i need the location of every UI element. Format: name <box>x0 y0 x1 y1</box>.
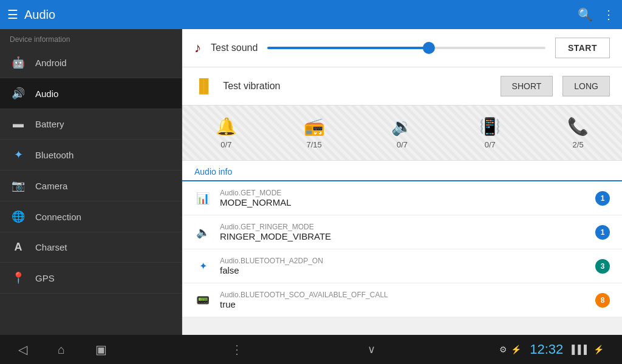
recents-icon[interactable]: ▣ <box>95 342 107 357</box>
sidebar-item-label: Charset <box>35 242 67 252</box>
gps-icon: 📍 <box>10 271 27 285</box>
settings-icon: ⚙ <box>499 345 507 354</box>
search-icon[interactable]: 🔍 <box>578 7 593 22</box>
audio-levels-grid: 🔔 0/7 📻 7/15 🔉 0/7 📳 0/7 📞 2/5 <box>182 106 622 161</box>
media-value: 7/15 <box>307 140 322 149</box>
test-sound-row: ♪ Test sound START <box>182 29 622 67</box>
app-title: Audio <box>24 8 55 22</box>
bottom-nav: ◁ ⌂ ▣ <box>18 342 107 357</box>
start-button[interactable]: START <box>555 38 610 58</box>
volume-slider[interactable] <box>267 47 545 49</box>
sidebar-item-label: Connection <box>35 212 81 222</box>
main-layout: Device information 🤖 Android 🔊 Audio ▬ B… <box>0 29 622 335</box>
audio-cell-notification: 📳 0/7 <box>446 112 534 154</box>
test-vibration-row: ▐▌ Test vibration SHORT LONG <box>182 67 622 106</box>
ringer-mode-content: Audio.GET_RINGER_MODE RINGER_MODE_VIBRAT… <box>220 223 587 241</box>
back-icon[interactable]: ◁ <box>18 342 27 357</box>
test-vibration-label: Test vibration <box>223 81 490 92</box>
call-value: 2/5 <box>573 140 584 149</box>
chevron-down-icon[interactable]: ∨ <box>367 343 375 356</box>
info-row-get-mode: 📊 Audio.GET_MODE MODE_NORMAL 1 <box>182 181 622 215</box>
sidebar-item-charset[interactable]: A Charset <box>0 232 182 263</box>
camera-icon: 📷 <box>10 179 27 192</box>
battery-status-icon: ⚡ <box>593 345 604 354</box>
get-mode-value: MODE_NORMAL <box>220 197 587 207</box>
get-mode-content: Audio.GET_MODE MODE_NORMAL <box>220 189 587 207</box>
ringer-mode-key: Audio.GET_RINGER_MODE <box>220 223 587 231</box>
sidebar-item-label: Bluetooth <box>35 150 73 160</box>
bluetooth-sco-icon: 📟 <box>194 294 211 307</box>
usb-icon: ⚡ <box>511 345 521 354</box>
overflow-icon[interactable]: ⋮ <box>231 342 243 357</box>
alarm-icon: 🔉 <box>391 116 412 136</box>
time-display: 12:32 <box>530 342 563 357</box>
bluetooth-a2dp-value: false <box>220 265 587 275</box>
sidebar-item-camera[interactable]: 📷 Camera <box>0 170 182 201</box>
alarm-value: 0/7 <box>397 140 408 149</box>
notification-value: 0/7 <box>485 140 496 149</box>
top-bar: ☰ Audio 🔍 ⋮ <box>0 0 622 29</box>
sidebar-item-label: GPS <box>35 273 55 283</box>
get-mode-badge: 1 <box>595 191 610 206</box>
bluetooth-sco-content: Audio.BLUETOOTH_SCO_AVAILABLE_OFF_CALL t… <box>220 291 587 309</box>
sidebar-item-label: Camera <box>35 181 67 191</box>
ringtone-icon: 🔔 <box>216 116 237 136</box>
sidebar-item-label: Android <box>35 58 67 68</box>
battery-icon: ▬ <box>10 118 27 130</box>
sidebar-item-android[interactable]: 🤖 Android <box>0 47 182 78</box>
status-bar: ⚙ ⚡ 12:32 ▌▌▌ ⚡ <box>499 342 604 357</box>
signal-strength-icon: ▌▌▌ <box>572 345 590 354</box>
ringer-mode-badge: 1 <box>595 225 610 240</box>
bluetooth-a2dp-icon: ✦ <box>194 260 211 272</box>
get-mode-icon: 📊 <box>194 192 211 205</box>
charset-icon: A <box>10 241 27 254</box>
info-row-bluetooth-a2dp: ✦ Audio.BLUETOOTH_A2DP_ON false 3 <box>182 249 622 283</box>
sidebar-item-label: Battery <box>35 119 64 129</box>
sidebar-item-connection[interactable]: 🌐 Connection <box>0 201 182 232</box>
bluetooth-a2dp-badge: 3 <box>595 259 610 274</box>
long-vibration-button[interactable]: LONG <box>562 76 610 96</box>
sidebar-item-bluetooth[interactable]: ✦ Bluetooth <box>0 140 182 170</box>
content-area: ♪ Test sound START ▐▌ Test vibration SHO… <box>182 29 622 335</box>
ringer-mode-value: RINGER_MODE_VIBRATE <box>220 231 587 241</box>
bluetooth-a2dp-content: Audio.BLUETOOTH_A2DP_ON false <box>220 257 587 275</box>
get-mode-key: Audio.GET_MODE <box>220 189 587 197</box>
sidebar: Device information 🤖 Android 🔊 Audio ▬ B… <box>0 29 182 335</box>
audio-cell-media: 📻 7/15 <box>270 112 358 154</box>
music-icon: ♪ <box>194 40 201 56</box>
info-row-ringer-mode: 🔈 Audio.GET_RINGER_MODE RINGER_MODE_VIBR… <box>182 215 622 249</box>
sidebar-item-battery[interactable]: ▬ Battery <box>0 109 182 140</box>
ringer-mode-icon: 🔈 <box>194 226 211 239</box>
audio-cell-ringtone: 🔔 0/7 <box>182 112 270 154</box>
notification-icon: 📳 <box>479 116 501 136</box>
bottom-bar: ◁ ⌂ ▣ ⋮ ∨ ⚙ ⚡ 12:32 ▌▌▌ ⚡ <box>0 335 622 364</box>
sidebar-item-label: Audio <box>35 89 58 99</box>
info-row-bluetooth-sco: 📟 Audio.BLUETOOTH_SCO_AVAILABLE_OFF_CALL… <box>182 283 622 317</box>
connection-icon: 🌐 <box>10 210 27 223</box>
bluetooth-sco-value: true <box>220 299 587 309</box>
call-icon: 📞 <box>567 116 589 136</box>
media-icon: 📻 <box>304 116 325 136</box>
audio-icon: 🔊 <box>10 87 27 100</box>
bluetooth-sco-key: Audio.BLUETOOTH_SCO_AVAILABLE_OFF_CALL <box>220 291 587 299</box>
short-vibration-button[interactable]: SHORT <box>501 76 553 96</box>
signal-icons: ▌▌▌ ⚡ <box>572 345 604 354</box>
sidebar-item-audio[interactable]: 🔊 Audio <box>0 78 182 109</box>
vibration-icon: ▐▌ <box>194 78 213 94</box>
hamburger-icon[interactable]: ☰ <box>7 7 18 22</box>
bluetooth-a2dp-key: Audio.BLUETOOTH_A2DP_ON <box>220 257 587 265</box>
bluetooth-sco-badge: 8 <box>595 293 610 308</box>
home-icon[interactable]: ⌂ <box>58 343 65 357</box>
test-sound-label: Test sound <box>211 42 258 53</box>
audio-cell-call: 📞 2/5 <box>534 112 622 154</box>
ringtone-value: 0/7 <box>220 140 231 149</box>
android-icon: 🤖 <box>10 56 27 69</box>
status-icons: ⚙ ⚡ <box>499 345 521 354</box>
sidebar-section-label: Device information <box>0 29 182 47</box>
audio-cell-alarm: 🔉 0/7 <box>358 112 446 154</box>
sidebar-item-gps[interactable]: 📍 GPS <box>0 263 182 294</box>
audio-info-header: Audio info <box>182 161 622 181</box>
bluetooth-icon: ✦ <box>10 148 27 161</box>
more-options-icon[interactable]: ⋮ <box>603 7 615 22</box>
